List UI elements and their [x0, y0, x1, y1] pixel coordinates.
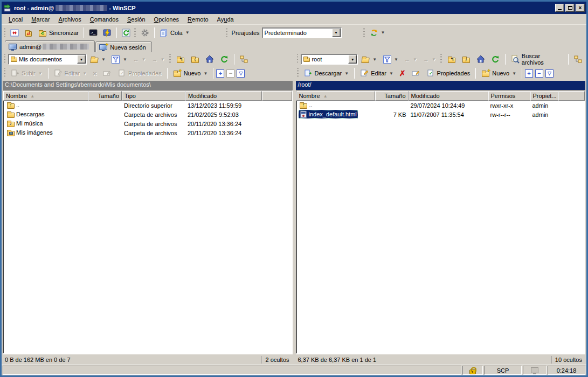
toolbar-grip[interactable] [4, 28, 5, 38]
toolbar-grip[interactable] [4, 54, 5, 64]
queue-button[interactable]: Cola ▼ [157, 27, 192, 39]
remote-root-directory-button[interactable]: / [459, 53, 473, 65]
protocol-cell[interactable]: SCP [484, 366, 522, 375]
remote-hidden-count[interactable]: 10 ocultos [551, 356, 585, 364]
remote-back-button[interactable]: ←▼ [402, 54, 420, 64]
column-header-permisos[interactable]: Permisos [488, 91, 530, 101]
toolbar-grip[interactable] [169, 54, 171, 64]
local-back-button[interactable]: ←▼ [130, 54, 149, 64]
toolbar-grip[interactable] [363, 28, 365, 38]
toolbar-grip[interactable] [297, 54, 299, 64]
remote-select-button[interactable]: + [525, 69, 533, 78]
menu-ayuda[interactable]: Ayuda [213, 15, 238, 24]
menu-remoto[interactable]: Remoto [184, 15, 212, 24]
local-open-directory-button[interactable]: ▼ [87, 53, 108, 65]
chevron-down-icon[interactable]: ▼ [77, 55, 86, 64]
title-bar[interactable]: root - admin@ - WinSCP × [2, 2, 586, 14]
security-cell[interactable] [462, 366, 483, 375]
synchronize-browsing-button[interactable]: ⇄ [22, 27, 36, 39]
synchronize-button[interactable]: ⟲ Sincronizar [36, 27, 81, 39]
toolbar-grip[interactable] [440, 54, 442, 64]
remote-selection-filter-button[interactable]: ▽ [545, 69, 554, 78]
tab-new-session[interactable]: ✦ Nueva sesión [95, 41, 152, 52]
toolbar-grip[interactable] [297, 68, 299, 78]
tab-session-admin[interactable]: admin@ [5, 40, 95, 52]
column-header-tamano[interactable]: Tamaño [375, 91, 409, 101]
upload-button[interactable]: Subir▼ [8, 67, 45, 79]
local-selection-filter-button[interactable]: ▽ [237, 69, 245, 78]
maximize-button[interactable] [565, 4, 575, 12]
remote-forward-button[interactable]: →▼ [420, 54, 439, 64]
local-filter-button[interactable]: ▼ [109, 53, 130, 65]
menu-archivos[interactable]: Archivos [55, 15, 85, 24]
local-path-bar[interactable]: C:\Documents and Settings\rbernardo\Mis … [3, 81, 293, 90]
remote-new-button[interactable]: ✦ Nuevo▼ [479, 67, 519, 79]
column-header-tamano[interactable]: Tamaño [88, 91, 122, 101]
local-delete-button[interactable]: × [90, 68, 100, 79]
table-row[interactable]: Descargas Carpeta de archivos 21/02/2025… [3, 110, 292, 119]
remote-path-bar[interactable]: /root/ [296, 81, 586, 90]
preferences-button[interactable] [138, 27, 152, 39]
remote-unselect-button[interactable]: − [535, 69, 543, 78]
minimize-button[interactable] [555, 4, 564, 12]
remote-delete-button[interactable]: ✗ [397, 67, 409, 79]
remote-computer-cell[interactable] [523, 366, 547, 375]
presets-combo[interactable]: Predeterminado ▼ [262, 27, 342, 38]
remote-open-directory-button[interactable]: ▼ [358, 53, 379, 65]
local-refresh-button[interactable] [217, 53, 231, 65]
chevron-down-icon[interactable]: ▼ [348, 55, 357, 64]
remote-parent-directory-button[interactable]: ↰ [445, 53, 459, 65]
open-console-button[interactable]: >_ [86, 27, 100, 39]
remote-rename-button[interactable] [409, 67, 423, 79]
svg-text:✓: ✓ [429, 71, 433, 76]
local-select-button[interactable]: + [216, 69, 224, 78]
table-row[interactable]: ♪Mi música Carpeta de archivos 20/11/202… [3, 119, 292, 128]
local-home-button[interactable] [203, 53, 217, 65]
menu-sesion[interactable]: Sesión [123, 15, 149, 24]
local-properties-button[interactable]: ✓ Propiedades [115, 67, 164, 79]
table-row[interactable]: ↑.. Directorio superior 13/12/2023 11:59… [3, 101, 292, 110]
refresh-session-button[interactable] [119, 27, 133, 39]
remote-tree-button[interactable] [571, 53, 585, 65]
toolbar-grip[interactable] [226, 28, 227, 38]
open-putty-button[interactable] [100, 27, 114, 39]
table-row[interactable]: ↑.. 29/07/2024 10:24:49 rwxr-xr-x admin [296, 101, 585, 110]
remote-home-button[interactable] [474, 53, 488, 65]
menu-comandos[interactable]: Comandos [86, 15, 122, 24]
column-header-tipo[interactable]: Tipo [122, 91, 185, 101]
column-header-propietario[interactable]: Propiet... [530, 91, 558, 101]
column-header-modificado[interactable]: Modificado [409, 91, 488, 101]
remote-properties-button[interactable]: ✓ Propiedades [424, 67, 473, 79]
remote-drive-combo[interactable]: root ▼ [301, 54, 358, 65]
local-new-button[interactable]: ✦ Nuevo▼ [170, 67, 211, 79]
column-header-nombre[interactable]: Nombre▲ [3, 91, 88, 101]
table-row-selected[interactable]: index_default.html 7 KB 11/07/2007 11:35… [296, 110, 585, 119]
local-rename-button[interactable] [100, 67, 114, 79]
toolbar-grip[interactable] [4, 68, 5, 78]
local-unselect-button[interactable]: − [226, 69, 234, 78]
column-header-modificado[interactable]: Modificado [185, 91, 262, 101]
local-parent-directory-button[interactable]: ↰ [174, 53, 188, 65]
toolbar-grip[interactable] [134, 28, 136, 38]
column-header-nombre[interactable]: Nombre▲ [296, 91, 375, 101]
local-edit-button[interactable]: Editar▼ [51, 67, 90, 79]
transfer-settings-button[interactable]: ▼ [367, 27, 388, 39]
close-button[interactable]: × [576, 4, 585, 12]
remote-refresh-button[interactable] [488, 53, 502, 65]
local-tree-button[interactable] [237, 53, 251, 65]
pictures-folder-icon [6, 129, 15, 136]
local-hidden-count[interactable]: 2 ocultos [261, 356, 292, 364]
local-forward-button[interactable]: →▼ [149, 54, 168, 64]
menu-local[interactable]: Local [5, 15, 26, 24]
chevron-down-icon[interactable]: ▼ [332, 29, 341, 37]
remote-edit-button[interactable]: Editar▼ [357, 67, 396, 79]
compare-directories-button[interactable] [8, 27, 22, 39]
remote-filter-button[interactable]: ▼ [380, 53, 401, 65]
local-drive-combo[interactable]: Mis documentos ▼ [8, 54, 87, 65]
menu-marcar[interactable]: Marcar [27, 15, 53, 24]
find-files-button[interactable]: Buscar archivos [508, 51, 565, 67]
local-root-directory-button[interactable]: \ [188, 53, 202, 65]
download-button[interactable]: Descargar▼ [301, 67, 352, 79]
table-row[interactable]: Mis imágenes Carpeta de archivos 20/11/2… [3, 128, 292, 137]
menu-opciones[interactable]: Opciones [150, 15, 183, 24]
